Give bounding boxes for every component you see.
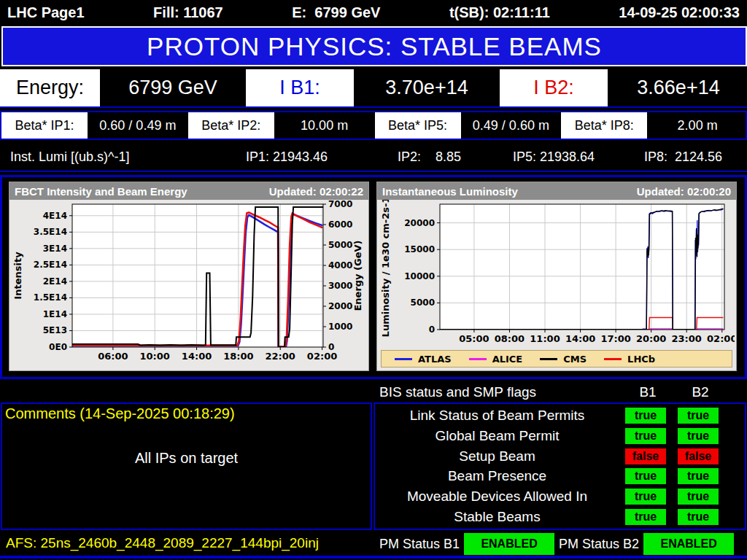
- bis-col-b2: B2: [674, 384, 727, 400]
- intensity-b1-label: I B1:: [246, 69, 354, 106]
- lumi-chart-updated: Updated: 02:00:20: [637, 185, 731, 198]
- svg-text:Energy (GeV): Energy (GeV): [352, 240, 363, 311]
- fbct-chart-body: 06:0010:0014:0018:0022:0002:000E05E131E1…: [9, 200, 368, 369]
- status-badge-b2: false: [678, 448, 719, 464]
- svg-text:0: 0: [429, 324, 435, 335]
- bis-row-beam-presence: Beam Presence true true: [375, 468, 745, 484]
- beta-star-row: Beta* IP1: 0.60 / 0.49 m Beta* IP2: 10.0…: [0, 111, 747, 140]
- bis-row-label: Setup Beam: [375, 448, 619, 464]
- legend-line-sample: [604, 358, 622, 360]
- beta-ip2-value: 10.00 m: [276, 112, 373, 139]
- lumi-chart-panel: Instantaneous Luminosity Updated: 02:00:…: [376, 182, 737, 371]
- page-title-banner: PROTON PHYSICS: STABLE BEAMS: [1, 26, 747, 66]
- beta-ip1-label: Beta* IP1:: [1, 112, 88, 139]
- status-badge-b2: true: [678, 489, 719, 505]
- inst-lumi-row: Inst. Lumi [(ub.s)^-1] IP1: 21943.46 IP2…: [0, 143, 747, 172]
- svg-text:1.5E14: 1.5E14: [34, 292, 67, 303]
- svg-text:5E13: 5E13: [43, 325, 67, 335]
- svg-text:17:00: 17:00: [600, 333, 630, 344]
- bis-row-label: Stable Beams: [375, 509, 619, 525]
- svg-text:11:00: 11:00: [530, 333, 560, 344]
- legend-line-sample: [540, 358, 557, 360]
- lumi-ip5: IP5: 21938.64: [513, 149, 644, 165]
- status-badge-b1: true: [625, 468, 666, 484]
- svg-text:10000: 10000: [404, 271, 435, 281]
- svg-text:3000: 3000: [328, 281, 352, 291]
- time-in-stable-beams: t(SB): 02:11:11: [449, 4, 550, 21]
- beta-ip5-label: Beta* IP5:: [375, 112, 461, 139]
- lumi-chart-title: Instantaneous Luminosity: [382, 185, 518, 198]
- top-status-bar: LHC Page1 Fill: 11067 E: 6799 GeV t(SB):…: [0, 0, 747, 25]
- bis-row-link-status: Link Status of Beam Permits true true: [375, 408, 745, 424]
- svg-text:5000: 5000: [411, 298, 435, 308]
- svg-text:4E14: 4E14: [43, 211, 67, 221]
- page-title: PROTON PHYSICS: STABLE BEAMS: [147, 32, 602, 61]
- beta-ip2-label: Beta* IP2:: [188, 112, 274, 139]
- bis-col-b1: B1: [622, 384, 674, 400]
- bis-row-moveable-devices: Moveable Devices Allowed In true true: [375, 489, 745, 505]
- bis-row-stable-beams: Stable Beams true true: [375, 509, 745, 525]
- status-badge-b1: true: [625, 408, 666, 424]
- svg-text:14:00: 14:00: [182, 351, 212, 362]
- energy-intensity-row: Energy: 6799 GeV I B1: 3.70e+14 I B2: 3.…: [0, 69, 747, 108]
- pm-b2-label: PM Status B2: [557, 537, 640, 552]
- bis-row-label: Link Status of Beam Permits: [375, 408, 619, 424]
- comments-title: Comments (14-Sep-2025 00:18:29): [2, 404, 371, 424]
- fbct-chart-panel: FBCT Intensity and Beam Energy Updated: …: [9, 182, 369, 371]
- svg-text:20000: 20000: [404, 218, 435, 228]
- lumi-legend: ATLASALICECMSLHCb: [381, 350, 732, 368]
- svg-text:06:00: 06:00: [98, 351, 128, 362]
- legend-label: ALICE: [492, 354, 523, 365]
- beta-ip5-value: 0.49 / 0.60 m: [463, 112, 560, 139]
- svg-text:Intensity: Intensity: [12, 252, 23, 300]
- svg-text:08:00: 08:00: [495, 333, 525, 344]
- legend-line-sample: [395, 358, 412, 360]
- bis-header-title: BIS status and SMP flags: [374, 384, 622, 400]
- status-badge-b2: true: [678, 509, 719, 525]
- status-badge-b1: false: [625, 448, 666, 464]
- lumi-ip8: IP8: 2124.56: [644, 149, 747, 165]
- bis-row-label: Global Beam Permit: [375, 428, 619, 444]
- status-badge-b1: true: [625, 489, 666, 505]
- legend-item-cms: CMS: [540, 354, 587, 365]
- svg-text:1E14: 1E14: [43, 309, 67, 319]
- svg-text:5000: 5000: [328, 240, 352, 250]
- bis-header-row: BIS status and SMP flags B1 B2: [374, 382, 747, 402]
- lumi-ip2: IP2: 8.85: [398, 149, 513, 165]
- svg-text:2.5E14: 2.5E14: [34, 260, 67, 270]
- bis-row-global-permit: Global Beam Permit true true: [375, 428, 745, 444]
- pm-b1-label: PM Status B1: [378, 537, 461, 552]
- beta-ip1-value: 0.60 / 0.49 m: [90, 112, 186, 139]
- afs-scheme-label: AFS: 25ns_2460b_2448_2089_2227_144bpi_20…: [6, 535, 319, 551]
- energy-label: Energy:: [0, 69, 100, 106]
- svg-text:7000: 7000: [328, 200, 352, 209]
- bis-row-label: Moveable Devices Allowed In: [375, 489, 619, 505]
- svg-text:2000: 2000: [328, 301, 352, 311]
- status-badge-b1: true: [625, 428, 666, 444]
- legend-label: LHCb: [627, 354, 655, 365]
- status-badge-b1: true: [625, 509, 666, 525]
- legend-item-alice: ALICE: [469, 354, 523, 365]
- status-badge-b2: true: [678, 468, 719, 484]
- intensity-b2-value: 3.66e+14: [610, 69, 747, 106]
- legend-item-atlas: ATLAS: [395, 354, 452, 365]
- legend-item-lhcb: LHCb: [604, 354, 655, 365]
- legend-line-sample: [469, 358, 487, 360]
- pm-b2-status-badge: ENABLED: [643, 533, 734, 555]
- charts-container: FBCT Intensity and Beam Energy Updated: …: [0, 175, 747, 379]
- intensity-b1-value: 3.70e+14: [356, 69, 498, 106]
- svg-text:15000: 15000: [404, 244, 435, 254]
- beam-energy: E: 6799 GeV: [292, 4, 380, 21]
- svg-text:23:00: 23:00: [672, 333, 702, 344]
- comments-panel: Comments (14-Sep-2025 00:18:29) All IPs …: [1, 402, 372, 530]
- beta-ip8-label: Beta* IP8:: [561, 112, 647, 139]
- fbct-intensity-energy-chart: 06:0010:0014:0018:0022:0002:000E05E131E1…: [11, 200, 367, 369]
- svg-text:0: 0: [328, 342, 334, 352]
- comments-body: All IPs on target: [2, 450, 371, 467]
- svg-text:14:00: 14:00: [565, 333, 595, 344]
- status-badge-b2: true: [678, 408, 719, 424]
- svg-text:4000: 4000: [328, 260, 352, 271]
- intensity-b2-label: I B2:: [500, 69, 608, 106]
- svg-text:1000: 1000: [328, 322, 352, 332]
- svg-text:3.5E14: 3.5E14: [34, 227, 67, 237]
